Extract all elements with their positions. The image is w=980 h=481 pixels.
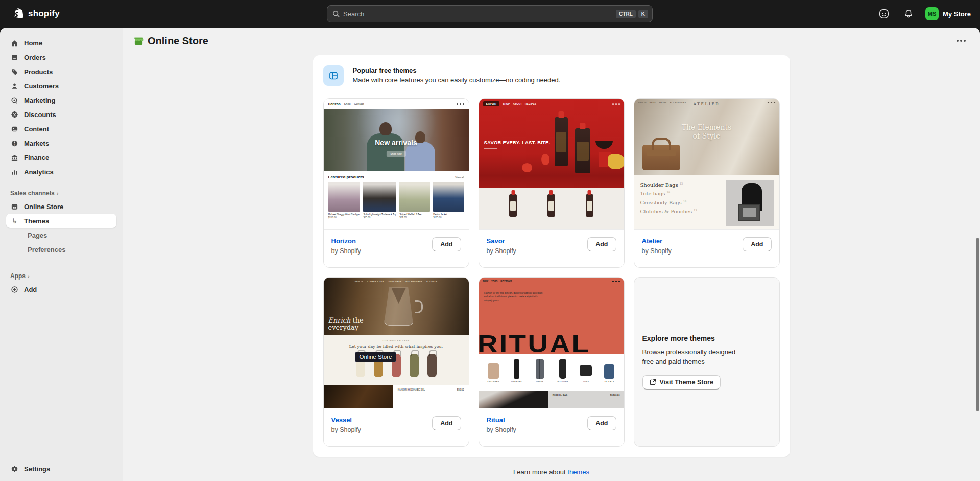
sales-channels-header[interactable]: Sales channels ›: [6, 187, 116, 199]
theme-card-atelier: NEW IN BAGS SHOES ACCESSORIES ATELIER Th…: [634, 98, 780, 268]
kbd-ctrl: CTRL: [616, 10, 636, 18]
sidebar-item-online-store[interactable]: Online Store: [6, 199, 116, 214]
ritual-intro-text: Fashion for the wild at heart. Build you…: [484, 292, 544, 302]
banner-subtitle: Made with core features you can easily c…: [353, 76, 561, 84]
horizon-nav-link: Contact: [354, 102, 364, 105]
bar-chart-icon: [10, 168, 19, 176]
shopify-logo[interactable]: shopify: [13, 8, 60, 20]
banner-title: Popular free themes: [353, 65, 561, 74]
search-input[interactable]: Search CTRL K: [327, 5, 653, 22]
popular-themes-card: Popular free themes Made with core featu…: [313, 55, 790, 457]
ritual-category: DRESSES: [510, 358, 522, 391]
horizon-preview-image[interactable]: Horizon Shop Contact New arrivals Shop n…: [324, 99, 469, 230]
chevron-right-icon: ›: [57, 190, 59, 196]
add-theme-horizon-button[interactable]: Add: [432, 237, 461, 251]
sidebar-item-label: Add: [24, 286, 37, 293]
orders-icon: [10, 53, 19, 62]
sidebar-item-marketing[interactable]: Marketing: [6, 93, 116, 107]
ritual-category: DENIM: [534, 358, 546, 391]
ritual-preview-image[interactable]: NEW TOPS BOTTOMS Fashion for the wild at…: [479, 278, 624, 408]
sidebar-item-label: Analytics: [24, 168, 54, 176]
theme-card-horizon: Horizon Shop Contact New arrivals Shop n…: [323, 98, 469, 268]
ritual-category: JACKETS: [603, 358, 615, 391]
sidebar-item-label: Orders: [24, 54, 46, 61]
page-footer: Learn more about themes: [123, 468, 980, 476]
sidebar-item-settings[interactable]: Settings: [6, 462, 116, 476]
sidebar-item-label: Marketing: [24, 97, 55, 104]
theme-card-ritual: NEW TOPS BOTTOMS Fashion for the wild at…: [479, 277, 625, 447]
vessel-tagline: Let your day be filled with what inspire…: [324, 344, 469, 349]
store-avatar: MS: [925, 7, 939, 20]
themes-help-link[interactable]: themes: [567, 468, 589, 476]
atelier-preview-image[interactable]: NEW IN BAGS SHOES ACCESSORIES ATELIER Th…: [634, 99, 779, 230]
more-actions-button[interactable]: [952, 34, 970, 48]
theme-link-savor[interactable]: Savor: [487, 237, 505, 245]
sidebar: Home Orders Products Customers Marketing…: [0, 28, 123, 481]
horizon-nav-link: Shop: [344, 102, 351, 105]
sidebar-item-add-app[interactable]: Add: [6, 282, 116, 296]
visit-theme-store-button[interactable]: Visit Theme Store: [642, 375, 721, 390]
horizon-view-all: View all: [455, 176, 464, 179]
vessel-product-price: $92.50: [457, 388, 464, 408]
brand-wordmark: shopify: [28, 9, 60, 19]
savor-nav-icons: [612, 103, 620, 105]
explore-subtitle: Browse professionally designedfree and p…: [642, 348, 745, 367]
savor-preview-image[interactable]: SAVOR SHOP ABOUT RECIPES SAVOR EVERY. LA…: [479, 99, 624, 230]
sidebar-item-content[interactable]: Content: [6, 122, 116, 136]
ritual-product-price: $8,500.00: [610, 394, 620, 408]
main-content: Online Store Popular free themes Made wi…: [123, 28, 980, 481]
sidebar-item-products[interactable]: Products: [6, 64, 116, 79]
apps-header[interactable]: Apps ›: [6, 270, 116, 282]
bell-icon: [903, 9, 914, 19]
sidekick-assistant-button[interactable]: [876, 6, 892, 21]
ritual-category: KNITWEAR: [487, 358, 499, 391]
vertical-scrollbar[interactable]: [976, 238, 979, 411]
sidebar-item-customers[interactable]: Customers: [6, 79, 116, 93]
themes-grid: Horizon Shop Contact New arrivals Shop n…: [323, 98, 780, 447]
explore-more-themes-card: Explore more themes Browse professionall…: [634, 277, 780, 447]
store-menu[interactable]: MS My Store: [925, 7, 971, 20]
sidebar-item-discounts[interactable]: Discounts: [6, 107, 116, 122]
sidebar-item-preferences[interactable]: Preferences: [6, 242, 116, 257]
sidebar-item-analytics[interactable]: Analytics: [6, 165, 116, 179]
add-theme-vessel-button[interactable]: Add: [432, 416, 461, 430]
add-theme-ritual-button[interactable]: Add: [587, 416, 616, 430]
sidebar-item-finance[interactable]: Finance: [6, 150, 116, 165]
sidebar-item-markets[interactable]: $ Markets: [6, 136, 116, 150]
sidebar-item-label: Content: [24, 125, 49, 133]
theme-link-atelier[interactable]: Atelier: [642, 237, 662, 245]
topbar: shopify Search CTRL K MS My Store: [0, 0, 980, 28]
discount-icon: [10, 110, 19, 119]
online-store-tooltip: Online Store: [355, 352, 396, 362]
sidebar-item-label: Pages: [28, 232, 47, 239]
search-placeholder: Search: [343, 10, 613, 18]
add-theme-atelier-button[interactable]: Add: [743, 237, 771, 251]
theme-link-horizon[interactable]: Horizon: [331, 237, 356, 245]
target-icon: [10, 96, 19, 105]
bank-icon: [10, 153, 19, 162]
media-icon: [10, 125, 19, 133]
sidebar-item-themes[interactable]: ↳ Themes: [6, 214, 116, 228]
ritual-hero-title: RITUAL: [479, 331, 590, 354]
sidebar-item-orders[interactable]: Orders: [6, 50, 116, 64]
online-store-green-icon: [134, 36, 144, 46]
page-header: Online Store: [123, 28, 980, 54]
savor-hero-title: SAVOR EVERY. LAST. BITE.: [484, 140, 551, 145]
theme-link-ritual[interactable]: Ritual: [487, 416, 505, 424]
sidebar-item-label: Markets: [24, 140, 49, 147]
ritual-product-name: ROSE I.L. BAG: [553, 394, 568, 408]
ritual-category: TOPS: [580, 358, 592, 391]
search-icon: [332, 10, 340, 17]
horizon-nav-brand: Horizon: [328, 102, 341, 106]
theme-link-vessel[interactable]: Vessel: [331, 416, 352, 424]
sidebar-item-home[interactable]: Home: [6, 36, 116, 50]
vessel-preview-image[interactable]: NEW IN COFFEE & TEA DRINKWARE KITCHENWAR…: [324, 278, 469, 408]
sidebar-item-label: Products: [24, 68, 53, 76]
sidebar-item-label: Themes: [24, 217, 49, 225]
horizon-product: Striped Waffle LS Tee $53.00: [399, 182, 430, 219]
notifications-button[interactable]: [901, 6, 916, 21]
chevron-right-icon: ›: [28, 273, 30, 279]
add-theme-savor-button[interactable]: Add: [587, 237, 616, 251]
tag-icon: [10, 67, 19, 76]
sidebar-item-pages[interactable]: Pages: [6, 228, 116, 242]
